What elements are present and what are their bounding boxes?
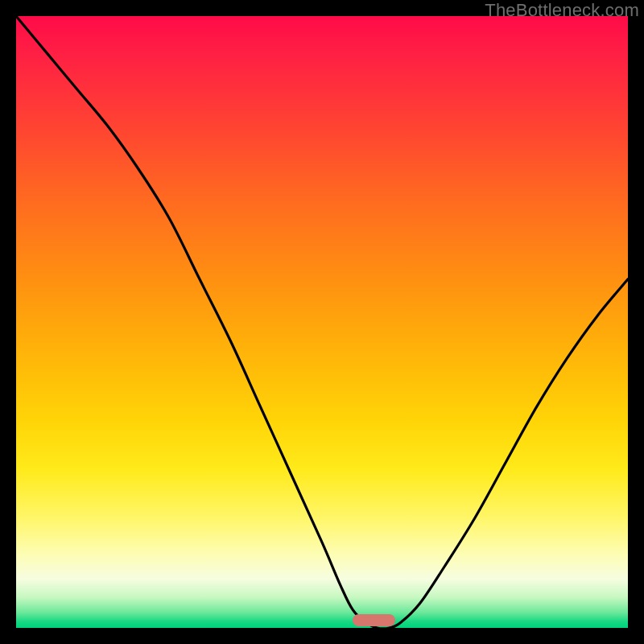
curve-layer: [16, 16, 628, 628]
chart-frame: TheBottleneck.com: [0, 0, 644, 644]
plot-area: [16, 16, 628, 628]
watermark-text: TheBottleneck.com: [485, 0, 639, 21]
optimal-range-marker: [353, 614, 395, 626]
bottleneck-curve: [16, 16, 628, 628]
